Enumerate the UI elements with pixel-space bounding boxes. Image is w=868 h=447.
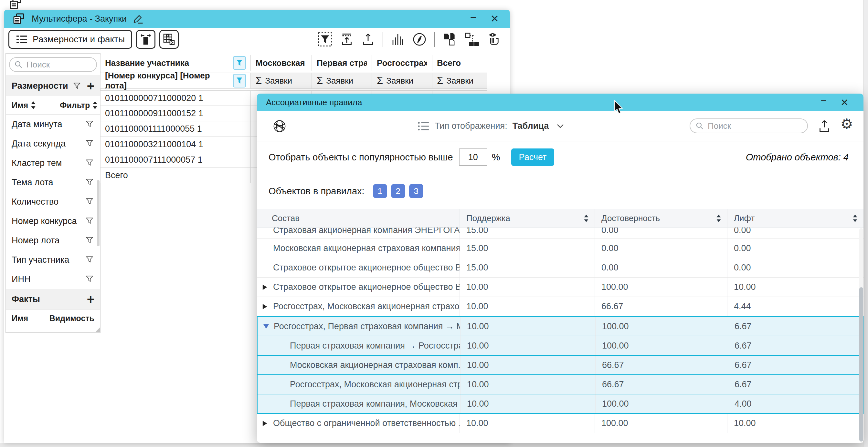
sidebar-item[interactable]: Дата секунда (6, 134, 100, 153)
pivot-row-header-cell[interactable]: 0101100007111000057 1 (100, 152, 251, 168)
filter-dashed-icon[interactable] (318, 32, 332, 46)
sidebar-item[interactable]: Тема лота (6, 173, 100, 192)
funnel-icon[interactable] (73, 82, 81, 90)
rule-name-cell[interactable]: Страховое открытое акционерное общество … (257, 278, 460, 297)
sidebar-item[interactable]: Кластер тем (6, 153, 100, 173)
filter-button[interactable] (233, 74, 246, 88)
sort-icon[interactable] (31, 101, 36, 109)
sort-icon[interactable] (852, 215, 858, 222)
table-layout-button[interactable] (159, 30, 179, 49)
sidebar-item[interactable]: Дата минута (6, 114, 100, 134)
pivot-row-header-cell[interactable]: 0101100000911000152 1 (100, 106, 251, 122)
expand-closed-icon[interactable] (262, 420, 273, 427)
sidebar-item[interactable]: Номер конкурса (6, 211, 100, 231)
rule-size-button-3[interactable]: 3 (409, 184, 423, 198)
sidebar-item[interactable]: ИНН (6, 270, 100, 289)
rule-size-button-1[interactable]: 1 (373, 184, 387, 198)
sidebar-item[interactable]: Тип участника (6, 250, 100, 270)
measure-cell[interactable]: ΣЗаявки (251, 73, 312, 89)
filter-funnel-icon[interactable] (85, 178, 94, 187)
sidebar-item[interactable]: Количество (6, 192, 100, 211)
header-cell-sostav[interactable]: Состав (257, 209, 460, 227)
filter-funnel-icon[interactable] (85, 255, 94, 264)
column-header-cell[interactable]: Росгосстрах (372, 55, 432, 71)
rule-size-button-2[interactable]: 2 (391, 184, 405, 198)
pivot-row-header-cell[interactable]: 0101100003211000104 1 (100, 137, 251, 152)
minimize-icon[interactable]: – (821, 95, 826, 106)
import-icon[interactable] (340, 33, 353, 46)
expand-closed-icon[interactable] (262, 284, 273, 290)
rule-row[interactable]: Страховая акционерная компания ЭНЕРГОГАР… (257, 228, 864, 239)
sidebar-search-input[interactable] (26, 59, 92, 70)
rule-row[interactable]: Росгосстрах, Московская акционерная стра… (257, 297, 864, 316)
gear-icon[interactable]: ⚙ (840, 117, 853, 131)
add-dimension-button[interactable]: + (87, 79, 94, 92)
rule-name-cell[interactable]: Первая страховая компания → Росгосстра..… (257, 336, 460, 355)
rule-row[interactable]: Московская акционерная страховая компани… (257, 239, 864, 258)
sort-icon[interactable] (92, 101, 98, 109)
copy-documents-icon[interactable] (443, 32, 457, 46)
rule-row[interactable]: Страховое открытое акционерное общество … (257, 258, 864, 278)
filter-funnel-icon[interactable] (85, 216, 94, 226)
rule-row[interactable]: Общество с ограниченной ответственностью… (257, 414, 864, 433)
resize-grip-icon[interactable] (95, 327, 100, 332)
sidebar-item[interactable]: Номер лота (6, 231, 100, 250)
close-icon[interactable]: ✕ (840, 97, 848, 108)
filter-funnel-icon[interactable] (85, 120, 94, 129)
measure-cell[interactable]: ΣЗаявки (372, 73, 432, 89)
expand-open-icon[interactable] (263, 324, 274, 329)
measure-cell[interactable]: ΣЗаявки (432, 73, 487, 89)
chart-icon[interactable] (391, 33, 405, 46)
dialog-search[interactable] (690, 118, 808, 133)
header-cell-lift[interactable]: Лифт (727, 209, 864, 227)
rule-name-cell[interactable]: Росгосстрах, Московская акционерная стра… (257, 297, 460, 316)
display-type-selector[interactable]: Тип отображения: Таблица (418, 111, 564, 141)
rule-row[interactable]: Первая страховая компания → Росгосстра..… (257, 336, 863, 356)
sidebar-search[interactable] (9, 57, 97, 72)
dialog-titlebar[interactable]: Ассоциативные правила – ✕ (257, 94, 864, 111)
dialog-search-input[interactable] (707, 121, 802, 131)
header-cell-confidence[interactable]: Достоверность (595, 209, 727, 227)
compass-icon[interactable] (412, 32, 427, 46)
watch-icon[interactable] (487, 32, 501, 47)
rule-row[interactable]: Первая страховая компания, Московская ..… (257, 394, 863, 414)
table-scrollbar-thumb[interactable] (859, 287, 863, 442)
rule-name-cell[interactable]: Московская акционерная страховая комп... (257, 356, 460, 374)
edit-pencil-icon[interactable] (133, 13, 144, 24)
export-icon[interactable] (361, 33, 375, 46)
minimize-icon[interactable]: – (470, 11, 476, 23)
sort-icon[interactable] (584, 215, 589, 222)
measure-cell[interactable]: ΣЗаявки (312, 73, 372, 89)
rule-row[interactable]: Московская акционерная страховая комп...… (257, 356, 863, 375)
row-dimension-header-cell[interactable]: Название участника (100, 55, 251, 71)
rule-name-cell[interactable]: Общество с ограниченной ответственностью… (257, 414, 460, 433)
calculate-button[interactable]: Расчет (511, 148, 555, 166)
filter-funnel-icon[interactable] (85, 197, 94, 206)
filter-column-label[interactable]: Фильтр (60, 101, 90, 110)
add-fact-button[interactable]: + (87, 293, 94, 306)
page-scrollbar[interactable] (863, 0, 868, 447)
schema-icon[interactable] (465, 32, 479, 46)
header-cell-support[interactable]: Поддержка (460, 209, 595, 227)
name-column-label[interactable]: Имя (12, 101, 28, 110)
pivot-row-header-cell[interactable]: 0101100000711000020 1 (100, 90, 251, 106)
filter-funnel-icon[interactable] (85, 159, 94, 168)
filter-funnel-icon[interactable] (85, 236, 94, 245)
column-header-cell[interactable]: Всего (432, 55, 487, 71)
pivot-row-header-cell[interactable]: Всего (100, 168, 251, 183)
filter-funnel-icon[interactable] (85, 275, 94, 284)
sort-icon[interactable] (716, 215, 721, 222)
filter-button[interactable] (233, 56, 246, 70)
export-icon[interactable] (817, 119, 831, 133)
column-header-cell[interactable]: Московская ак (251, 55, 312, 71)
sidebar-scrollbar[interactable] (97, 180, 99, 246)
close-icon[interactable]: ✕ (490, 12, 499, 25)
main-window-titlebar[interactable]: Мультисфера - Закупки – ✕ (4, 10, 510, 28)
expand-closed-icon[interactable] (262, 303, 273, 310)
sphere-icon[interactable] (272, 119, 287, 133)
rule-row[interactable]: Страховое открытое акционерное общество … (257, 278, 864, 297)
filter-funnel-icon[interactable] (85, 139, 94, 148)
split-columns-button[interactable] (136, 30, 155, 49)
rule-name-cell[interactable]: Страховое открытое акционерное общество … (257, 258, 460, 277)
dimensions-facts-button[interactable]: Размерности и факты (8, 30, 132, 49)
